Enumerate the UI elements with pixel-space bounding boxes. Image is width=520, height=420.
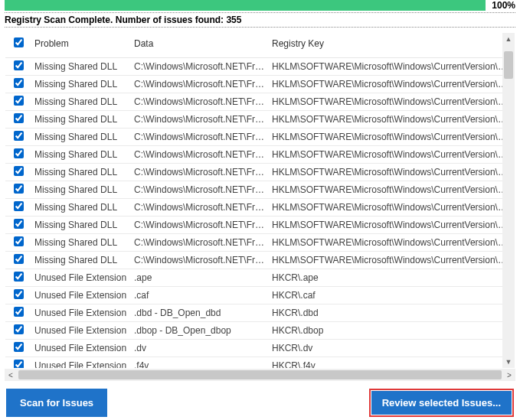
row-checkbox[interactable]	[14, 236, 24, 246]
table-row[interactable]: Missing Shared DLLC:\Windows\Microsoft.N…	[5, 76, 515, 93]
cell-data: .dbop - DB_Open_dbop	[131, 322, 269, 340]
table-row[interactable]: Unused File Extension.cafHKCR\.caf	[5, 287, 515, 304]
row-checkbox[interactable]	[14, 113, 24, 123]
row-checkbox-cell	[5, 146, 31, 164]
cell-problem: Unused File Extension	[31, 357, 131, 370]
table-row[interactable]: Missing Shared DLLC:\Windows\Microsoft.N…	[5, 199, 515, 217]
row-checkbox-cell	[5, 111, 31, 129]
vertical-scrollbar[interactable]: ▲ ▼	[502, 33, 515, 368]
cell-problem: Missing Shared DLL	[31, 181, 131, 199]
table-row[interactable]: Missing Shared DLLC:\Windows\Microsoft.N…	[5, 129, 515, 146]
row-checkbox[interactable]	[14, 360, 24, 369]
results-table: Problem Data Registry Key Missing Shared…	[5, 33, 515, 369]
cell-data: C:\Windows\Microsoft.NET\Fra...	[131, 217, 269, 234]
row-checkbox[interactable]	[14, 96, 24, 106]
row-checkbox[interactable]	[14, 148, 24, 158]
header-checkbox-cell	[5, 33, 31, 58]
table-row[interactable]: Unused File Extension.dvHKCR\.dv	[5, 340, 515, 357]
cell-problem: Missing Shared DLL	[31, 164, 131, 181]
cell-regkey: HKLM\SOFTWARE\Microsoft\Windows\CurrentV…	[269, 111, 515, 129]
cell-problem: Missing Shared DLL	[31, 252, 131, 269]
horizontal-scroll-thumb[interactable]	[18, 370, 502, 379]
cell-data: C:\Windows\Microsoft.NET\Fra...	[131, 111, 269, 129]
cell-regkey: HKCR\.ape	[269, 269, 515, 287]
row-checkbox[interactable]	[14, 272, 24, 282]
row-checkbox-cell	[5, 129, 31, 146]
row-checkbox[interactable]	[14, 78, 24, 88]
cell-data: C:\Windows\Microsoft.NET\Fra...	[131, 181, 269, 199]
cell-problem: Unused File Extension	[31, 322, 131, 340]
row-checkbox[interactable]	[14, 342, 24, 352]
table-row[interactable]: Missing Shared DLLC:\Windows\Microsoft.N…	[5, 164, 515, 181]
row-checkbox-cell	[5, 76, 31, 93]
column-header-data[interactable]: Data	[131, 33, 269, 58]
column-header-problem[interactable]: Problem	[31, 33, 131, 58]
cell-problem: Missing Shared DLL	[31, 217, 131, 234]
row-checkbox[interactable]	[14, 201, 24, 211]
cell-problem: Unused File Extension	[31, 304, 131, 322]
cell-regkey: HKCR\.f4v	[269, 357, 515, 370]
cell-problem: Unused File Extension	[31, 287, 131, 304]
row-checkbox[interactable]	[14, 60, 24, 70]
table-row[interactable]: Missing Shared DLLC:\Windows\Microsoft.N…	[5, 146, 515, 164]
cell-regkey: HKLM\SOFTWARE\Microsoft\Windows\CurrentV…	[269, 93, 515, 111]
cell-regkey: HKLM\SOFTWARE\Microsoft\Windows\CurrentV…	[269, 76, 515, 93]
table-row[interactable]: Unused File Extension.apeHKCR\.ape	[5, 269, 515, 287]
scan-for-issues-button[interactable]: Scan for Issues	[6, 389, 107, 417]
table-row[interactable]: Unused File Extension.f4vHKCR\.f4v	[5, 357, 515, 370]
row-checkbox[interactable]	[14, 254, 24, 264]
table-row[interactable]: Unused File Extension.dbop - DB_Open_dbo…	[5, 322, 515, 340]
cell-regkey: HKLM\SOFTWARE\Microsoft\Windows\CurrentV…	[269, 217, 515, 234]
scroll-up-icon[interactable]: ▲	[502, 33, 515, 45]
horizontal-scrollbar[interactable]: < >	[5, 369, 515, 381]
table-row[interactable]: Missing Shared DLLC:\Windows\Microsoft.N…	[5, 217, 515, 234]
row-checkbox-cell	[5, 304, 31, 322]
table-row[interactable]: Missing Shared DLLC:\Windows\Microsoft.N…	[5, 252, 515, 269]
row-checkbox-cell	[5, 269, 31, 287]
column-header-regkey[interactable]: Registry Key	[269, 33, 515, 58]
vertical-scroll-thumb[interactable]	[504, 51, 513, 79]
cell-regkey: HKCR\.dbop	[269, 322, 515, 340]
scroll-left-icon[interactable]: <	[5, 369, 17, 381]
cell-problem: Unused File Extension	[31, 269, 131, 287]
table-row[interactable]: Missing Shared DLLC:\Windows\Microsoft.N…	[5, 234, 515, 252]
row-checkbox[interactable]	[14, 219, 24, 229]
row-checkbox-cell	[5, 234, 31, 252]
cell-data: C:\Windows\Microsoft.NET\Fra...	[131, 164, 269, 181]
scroll-right-icon[interactable]: >	[503, 369, 515, 381]
table-row[interactable]: Missing Shared DLLC:\Windows\Microsoft.N…	[5, 181, 515, 199]
cell-problem: Missing Shared DLL	[31, 146, 131, 164]
row-checkbox[interactable]	[14, 307, 24, 317]
table-row[interactable]: Missing Shared DLLC:\Windows\Microsoft.N…	[5, 111, 515, 129]
cell-regkey: HKLM\SOFTWARE\Microsoft\Windows\CurrentV…	[269, 58, 515, 76]
cell-data: C:\Windows\Microsoft.NET\Fra...	[131, 146, 269, 164]
cell-data: C:\Windows\Microsoft.NET\Fra...	[131, 58, 269, 76]
row-checkbox-cell	[5, 340, 31, 357]
cell-regkey: HKCR\.dbd	[269, 304, 515, 322]
cell-problem: Missing Shared DLL	[31, 234, 131, 252]
cell-data: C:\Windows\Microsoft.NET\Fra...	[131, 76, 269, 93]
row-checkbox-cell	[5, 199, 31, 217]
review-selected-issues-button[interactable]: Review selected Issues...	[371, 391, 512, 415]
row-checkbox[interactable]	[14, 324, 24, 334]
row-checkbox[interactable]	[14, 184, 24, 194]
cell-regkey: HKLM\SOFTWARE\Microsoft\Windows\CurrentV…	[269, 252, 515, 269]
row-checkbox-cell	[5, 287, 31, 304]
table-row[interactable]: Missing Shared DLLC:\Windows\Microsoft.N…	[5, 93, 515, 111]
cell-problem: Missing Shared DLL	[31, 93, 131, 111]
row-checkbox[interactable]	[14, 289, 24, 299]
row-checkbox-cell	[5, 181, 31, 199]
row-checkbox-cell	[5, 58, 31, 76]
row-checkbox[interactable]	[14, 166, 24, 176]
cell-problem: Missing Shared DLL	[31, 76, 131, 93]
cell-regkey: HKLM\SOFTWARE\Microsoft\Windows\CurrentV…	[269, 164, 515, 181]
table-row[interactable]: Unused File Extension.dbd - DB_Open_dbdH…	[5, 304, 515, 322]
scroll-down-icon[interactable]: ▼	[502, 356, 515, 368]
cell-problem: Missing Shared DLL	[31, 199, 131, 217]
cell-data: .dbd - DB_Open_dbd	[131, 304, 269, 322]
cell-regkey: HKLM\SOFTWARE\Microsoft\Windows\CurrentV…	[269, 181, 515, 199]
row-checkbox-cell	[5, 252, 31, 269]
table-row[interactable]: Missing Shared DLLC:\Windows\Microsoft.N…	[5, 58, 515, 76]
select-all-checkbox[interactable]	[14, 37, 24, 47]
row-checkbox[interactable]	[14, 131, 24, 141]
